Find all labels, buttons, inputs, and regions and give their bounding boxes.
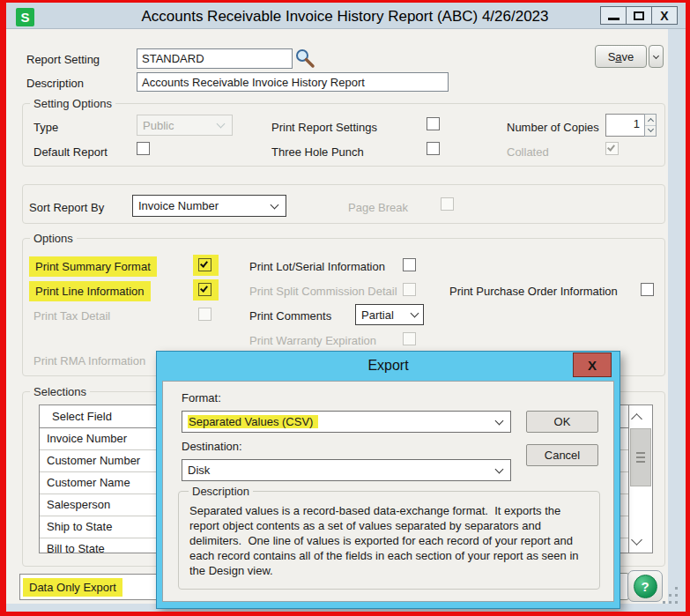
save-label: Save <box>608 50 634 63</box>
annotation-border <box>0 0 690 3</box>
sort-report-by-combo[interactable]: Invoice Number <box>132 195 286 217</box>
export-dialog-body: Format: Separated Values (CSV) OK Destin… <box>162 381 614 602</box>
destination-combo[interactable]: Disk <box>182 459 511 481</box>
checkmark-icon <box>607 143 615 151</box>
scroll-up-button[interactable] <box>629 405 652 428</box>
destination-label: Destination: <box>182 440 242 453</box>
window-frame-right <box>668 29 686 612</box>
chevron-down-icon <box>411 309 419 318</box>
setting-options-legend: Setting Options <box>30 97 115 110</box>
format-label: Format: <box>182 391 221 404</box>
thumb-grip-icon <box>636 456 645 458</box>
chevron-down-icon <box>653 52 659 58</box>
resize-grip-icon[interactable] <box>663 601 665 604</box>
number-of-copies-field[interactable]: 1 <box>605 114 645 137</box>
window-title: Accounts Receivable Invoice History Repo… <box>0 8 690 26</box>
help-button[interactable]: ? <box>627 570 663 602</box>
print-tax-detail-checkbox[interactable] <box>198 308 211 321</box>
export-dialog-close-button[interactable]: X <box>573 353 612 377</box>
page-break-label: Page Break <box>348 201 408 214</box>
export-description-legend: Description <box>189 485 253 498</box>
print-report-settings-label: Print Report Settings <box>271 121 377 134</box>
print-purchase-order-checkbox[interactable] <box>641 283 654 296</box>
scroll-down-button[interactable] <box>629 530 652 553</box>
data-only-export-combo[interactable]: Data Only Export <box>19 574 157 600</box>
default-report-label: Default Report <box>33 145 108 159</box>
type-combo[interactable]: Public <box>137 115 233 136</box>
type-label: Type <box>33 121 58 134</box>
ok-button[interactable]: OK <box>526 411 598 433</box>
print-summary-format-checkbox[interactable] <box>198 258 211 271</box>
collated-checkbox[interactable] <box>605 142 619 155</box>
print-lot-serial-checkbox[interactable] <box>403 258 416 271</box>
resize-grip-icon[interactable] <box>675 587 678 590</box>
export-description-text: Separated values is a record-based data-… <box>189 503 593 578</box>
report-setting-field[interactable]: STANDARD <box>137 48 293 69</box>
save-menu-button[interactable] <box>649 45 664 68</box>
thumb-grip-icon <box>636 461 645 463</box>
print-split-commission-checkbox[interactable] <box>403 283 416 296</box>
print-comments-value: Partial <box>356 308 412 322</box>
print-summary-format-label: Print Summary Format <box>29 256 157 277</box>
page-break-checkbox[interactable] <box>441 197 454 211</box>
chevron-down-icon <box>495 416 504 425</box>
export-dialog: Export X Format: Separated Values (CSV) … <box>156 351 620 609</box>
checkmark-icon <box>200 259 208 267</box>
number-of-copies-stepper <box>644 114 657 137</box>
print-comments-combo[interactable]: Partial <box>355 304 424 325</box>
chevron-down-icon <box>631 534 642 545</box>
print-line-information-checkbox[interactable] <box>198 283 211 296</box>
cancel-button[interactable]: Cancel <box>526 444 598 466</box>
collated-label: Collated <box>507 145 549 159</box>
type-value: Public <box>137 119 218 132</box>
stepper-up-button[interactable] <box>645 115 656 125</box>
chevron-down-icon <box>217 120 226 129</box>
report-setting-label: Report Setting <box>26 53 100 66</box>
close-icon: X <box>660 9 668 23</box>
resize-grip-icon[interactable] <box>675 601 678 604</box>
stepper-down-button[interactable] <box>645 126 656 137</box>
print-lot-serial-label: Print Lot/Serial Information <box>249 260 385 273</box>
minimize-button[interactable] <box>600 6 627 25</box>
help-icon: ? <box>634 575 657 598</box>
thumb-grip-icon <box>636 452 645 454</box>
description-field[interactable]: Accounts Receivable Invoice History Repo… <box>137 72 449 92</box>
resize-grip-icon[interactable] <box>669 601 671 604</box>
sort-report-by-value: Invoice Number <box>133 199 271 212</box>
format-combo[interactable]: Separated Values (CSV) <box>182 411 511 433</box>
export-description-group: Separated values is a record-based data-… <box>178 491 600 590</box>
three-hole-punch-checkbox[interactable] <box>427 142 440 155</box>
chevron-down-icon <box>647 126 653 132</box>
data-only-export-value: Data Only Export <box>23 578 122 597</box>
close-button[interactable]: X <box>651 6 678 25</box>
sort-panel <box>22 184 665 224</box>
default-report-checkbox[interactable] <box>137 142 150 155</box>
selections-scrollbar <box>629 404 653 553</box>
maximize-button[interactable] <box>626 6 652 25</box>
save-button[interactable]: Save <box>595 45 647 68</box>
destination-value: Disk <box>182 464 496 477</box>
print-warranty-expiration-label: Print Warranty Expiration <box>249 334 376 347</box>
minimize-icon <box>608 18 620 20</box>
screenshot-root: S Accounts Receivable Invoice History Re… <box>0 0 690 616</box>
sort-report-by-label: Sort Report By <box>29 201 104 214</box>
selections-legend: Selections <box>30 385 90 398</box>
scrollbar-thumb[interactable] <box>630 428 651 486</box>
print-comments-label: Print Comments <box>249 309 331 323</box>
format-value: Separated Values (CSV) <box>182 415 496 428</box>
annotation-border <box>0 612 690 616</box>
window-controls: X <box>601 6 678 25</box>
print-report-settings-checkbox[interactable] <box>427 117 440 130</box>
chevron-up-icon <box>631 413 642 425</box>
print-purchase-order-label: Print Purchase Order Information <box>449 285 618 298</box>
lookup-magnifier-icon[interactable] <box>294 48 315 69</box>
maximize-icon <box>634 11 644 20</box>
description-label: Description <box>26 77 84 90</box>
print-warranty-expiration-checkbox[interactable] <box>403 332 416 345</box>
export-dialog-title: Export <box>157 358 620 374</box>
resize-grip-icon[interactable] <box>675 594 678 597</box>
print-rma-information-label: Print RMA Information <box>33 354 145 367</box>
resize-grip-icon[interactable] <box>669 594 671 597</box>
chevron-up-icon <box>647 118 653 124</box>
annotation-border <box>0 0 6 616</box>
